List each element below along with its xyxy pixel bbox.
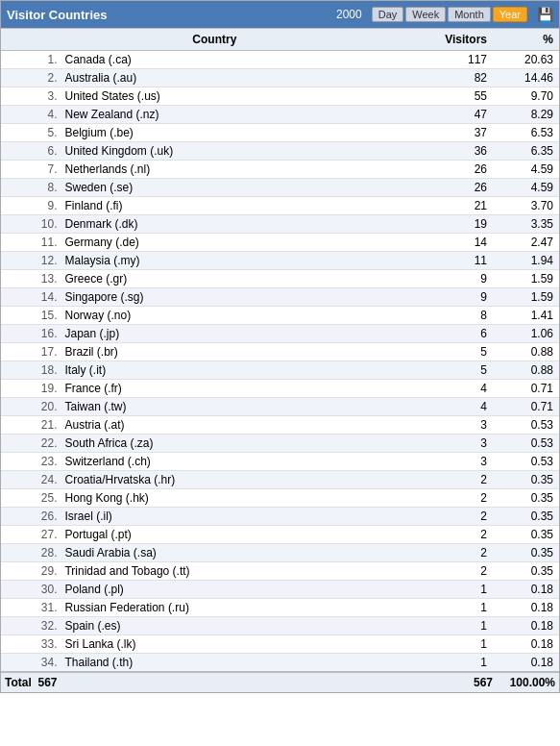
row-country: Singapore (.sg)	[61, 288, 368, 307]
row-country: Norway (.no)	[61, 307, 368, 325]
total-label: Total	[5, 676, 32, 689]
table-row: 12. Malaysia (.my) 11 1.94	[1, 252, 559, 270]
table-row: 5. Belgium (.be) 37 6.53	[1, 124, 559, 142]
row-country: Italy (.it)	[61, 361, 368, 380]
widget-title: Visitor Countries	[7, 8, 336, 22]
row-visitors: 5	[368, 343, 497, 361]
row-num: 24.	[1, 471, 61, 489]
row-visitors: 9	[368, 270, 497, 288]
row-country: Portugal (.pt)	[61, 526, 368, 544]
row-country: Thailand (.th)	[61, 654, 368, 673]
table-row: 14. Singapore (.sg) 9 1.59	[1, 288, 559, 307]
table-row: 3. United States (.us) 55 9.70	[1, 87, 559, 106]
row-country: Poland (.pl)	[61, 581, 368, 599]
col-header-num	[1, 29, 61, 51]
row-visitors: 26	[368, 179, 497, 197]
row-visitors: 6	[368, 325, 497, 343]
row-pct: 0.35	[497, 562, 559, 581]
row-num: 18.	[1, 361, 61, 380]
row-country: Sri Lanka (.lk)	[61, 635, 368, 654]
row-visitors: 82	[368, 69, 497, 87]
row-num: 26.	[1, 508, 61, 526]
row-visitors: 2	[368, 544, 497, 562]
row-num: 7.	[1, 161, 61, 179]
table-row: 1. Canada (.ca) 117 20.63	[1, 51, 559, 69]
row-pct: 1.94	[497, 252, 559, 270]
row-num: 5.	[1, 124, 61, 142]
table-row: 24. Croatia/Hrvatska (.hr) 2 0.35	[1, 471, 559, 489]
row-pct: 6.35	[497, 142, 559, 161]
table-row: 16. Japan (.jp) 6 1.06	[1, 325, 559, 343]
export-icon[interactable]: 💾	[537, 7, 553, 22]
row-num: 3.	[1, 87, 61, 106]
row-country: Russian Federation (.ru)	[61, 599, 368, 617]
row-pct: 1.41	[497, 307, 559, 325]
tab-week[interactable]: Week	[405, 7, 446, 22]
row-num: 32.	[1, 617, 61, 635]
row-country: Canada (.ca)	[61, 51, 368, 69]
row-num: 19.	[1, 380, 61, 398]
row-pct: 0.18	[497, 617, 559, 635]
row-num: 28.	[1, 544, 61, 562]
table-row: 4. New Zealand (.nz) 47 8.29	[1, 106, 559, 124]
row-visitors: 9	[368, 288, 497, 307]
table-row: 30. Poland (.pl) 1 0.18	[1, 581, 559, 599]
table-row: 6. United Kingdom (.uk) 36 6.35	[1, 142, 559, 161]
row-visitors: 4	[368, 398, 497, 416]
table-row: 32. Spain (.es) 1 0.18	[1, 617, 559, 635]
row-pct: 0.53	[497, 416, 559, 435]
row-pct: 20.63	[497, 51, 559, 69]
table-row: 26. Israel (.il) 2 0.35	[1, 508, 559, 526]
table-row: 23. Switzerland (.ch) 3 0.53	[1, 453, 559, 471]
row-pct: 0.53	[497, 453, 559, 471]
row-visitors: 2	[368, 526, 497, 544]
table-row: 15. Norway (.no) 8 1.41	[1, 307, 559, 325]
row-pct: 0.18	[497, 635, 559, 654]
row-num: 33.	[1, 635, 61, 654]
tab-month[interactable]: Month	[448, 7, 491, 22]
row-visitors: 2	[368, 508, 497, 526]
row-country: Brazil (.br)	[61, 343, 368, 361]
row-pct: 0.53	[497, 435, 559, 453]
row-visitors: 1	[368, 599, 497, 617]
table-row: 8. Sweden (.se) 26 4.59	[1, 179, 559, 197]
row-pct: 0.35	[497, 508, 559, 526]
row-num: 29.	[1, 562, 61, 581]
tab-day[interactable]: Day	[372, 7, 404, 22]
row-country: Greece (.gr)	[61, 270, 368, 288]
row-pct: 8.29	[497, 106, 559, 124]
row-num: 10.	[1, 215, 61, 234]
row-visitors: 5	[368, 361, 497, 380]
row-country: Denmark (.dk)	[61, 215, 368, 234]
row-country: Spain (.es)	[61, 617, 368, 635]
table-row: 29. Trinidad and Tobago (.tt) 2 0.35	[1, 562, 559, 581]
total-pct: 100.00%	[497, 672, 559, 692]
total-row: Total 567 567 100.00%	[1, 672, 559, 692]
row-num: 1.	[1, 51, 61, 69]
row-visitors: 37	[368, 124, 497, 142]
row-pct: 0.35	[497, 489, 559, 508]
row-visitors: 26	[368, 161, 497, 179]
table-row: 20. Taiwan (.tw) 4 0.71	[1, 398, 559, 416]
row-num: 27.	[1, 526, 61, 544]
row-pct: 0.71	[497, 398, 559, 416]
row-visitors: 19	[368, 215, 497, 234]
table-row: 2. Australia (.au) 82 14.46	[1, 69, 559, 87]
row-visitors: 2	[368, 489, 497, 508]
row-pct: 3.35	[497, 215, 559, 234]
table-row: 31. Russian Federation (.ru) 1 0.18	[1, 599, 559, 617]
tab-year[interactable]: Year	[493, 7, 527, 22]
row-pct: 0.71	[497, 380, 559, 398]
col-header-country: Country	[61, 29, 368, 51]
widget-year: 2000	[336, 8, 362, 21]
row-visitors: 1	[368, 635, 497, 654]
row-country: Israel (.il)	[61, 508, 368, 526]
row-country: Austria (.at)	[61, 416, 368, 435]
total-visitors: 567	[368, 672, 497, 692]
row-pct: 1.59	[497, 288, 559, 307]
row-visitors: 4	[368, 380, 497, 398]
row-pct: 0.18	[497, 599, 559, 617]
row-num: 23.	[1, 453, 61, 471]
row-country: Croatia/Hrvatska (.hr)	[61, 471, 368, 489]
row-visitors: 3	[368, 416, 497, 435]
